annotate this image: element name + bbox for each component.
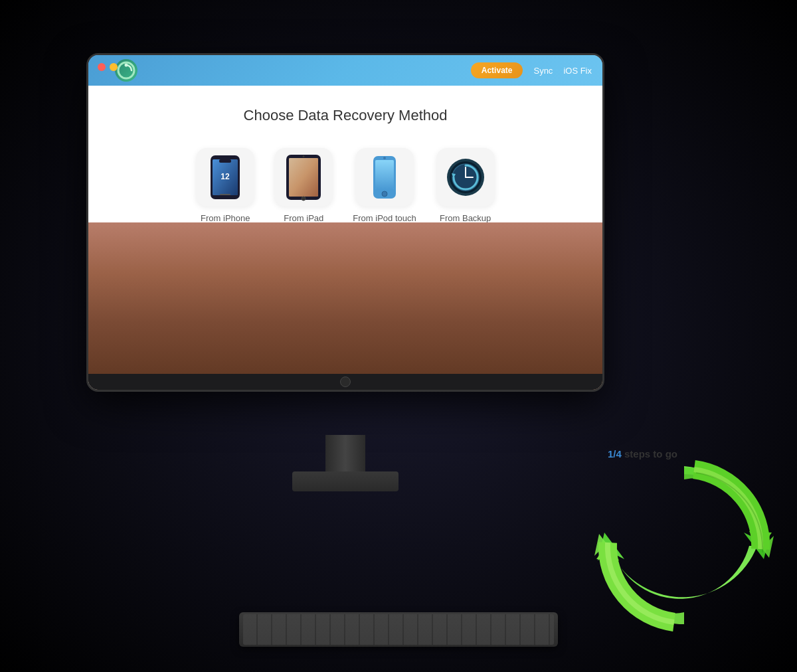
next-button[interactable]: Next bbox=[304, 270, 388, 294]
monitor-chin bbox=[88, 374, 602, 390]
option-iphone[interactable]: 12 From iPhone bbox=[196, 148, 254, 243]
steps-suffix: steps to go bbox=[622, 448, 677, 460]
backup-icon-wrap bbox=[436, 148, 495, 207]
svg-text:12: 12 bbox=[221, 172, 230, 181]
app-content: Choose Data Recovery Method bbox=[88, 86, 602, 390]
recycle-arrow-svg bbox=[591, 453, 777, 639]
monitor-camera bbox=[340, 377, 351, 387]
ipod-icon-wrap bbox=[355, 148, 414, 207]
activate-button[interactable]: Activate bbox=[471, 62, 523, 78]
monitor: Activate Sync iOS Fix Choose Data Recove… bbox=[86, 53, 604, 438]
ios-fix-link[interactable]: iOS Fix bbox=[563, 66, 592, 76]
iphone-radio[interactable] bbox=[219, 230, 232, 243]
backup-radio[interactable] bbox=[459, 230, 472, 243]
monitor-body: Activate Sync iOS Fix Choose Data Recove… bbox=[86, 53, 604, 392]
traffic-lights bbox=[98, 63, 118, 71]
monitor-stand-base bbox=[292, 471, 398, 491]
svg-rect-6 bbox=[220, 194, 230, 195]
scene: Activate Sync iOS Fix Choose Data Recove… bbox=[0, 0, 797, 672]
header-right: Activate Sync iOS Fix bbox=[471, 62, 592, 78]
svg-rect-10 bbox=[289, 158, 318, 197]
monitor-stand-neck bbox=[325, 435, 365, 475]
steps-fraction: 1/4 bbox=[608, 448, 622, 460]
page-title: Choose Data Recovery Method bbox=[244, 107, 448, 124]
ipad-label: From iPad bbox=[284, 213, 323, 223]
logo-svg bbox=[117, 61, 135, 80]
option-ipad[interactable]: From iPad bbox=[274, 148, 333, 243]
logo-icon bbox=[115, 59, 137, 82]
keyboard bbox=[239, 612, 558, 647]
backup-svg bbox=[445, 157, 486, 198]
minimize-button[interactable] bbox=[110, 63, 118, 71]
ipad-svg bbox=[284, 153, 323, 201]
ipod-label: From iPod touch bbox=[353, 213, 416, 223]
app-logo bbox=[115, 59, 137, 82]
iphone-icon-wrap: 12 bbox=[196, 148, 254, 207]
ipod-svg bbox=[372, 155, 397, 200]
ipod-radio[interactable] bbox=[378, 230, 391, 243]
app-window: Activate Sync iOS Fix Choose Data Recove… bbox=[88, 55, 602, 390]
option-backup[interactable]: From Backup bbox=[436, 148, 495, 243]
svg-rect-15 bbox=[375, 160, 394, 189]
svg-rect-5 bbox=[219, 159, 231, 163]
monitor-screen: Activate Sync iOS Fix Choose Data Recove… bbox=[88, 55, 602, 390]
svg-point-11 bbox=[303, 155, 305, 157]
iphone-svg: 12 bbox=[207, 154, 244, 201]
svg-point-12 bbox=[302, 197, 306, 201]
iphone-label: From iPhone bbox=[201, 213, 250, 223]
ipad-icon-wrap bbox=[274, 148, 333, 207]
steps-badge: 1/4 steps to go bbox=[608, 448, 677, 460]
option-ipod[interactable]: From iPod touch bbox=[353, 148, 416, 243]
svg-point-17 bbox=[383, 157, 386, 159]
ipad-radio[interactable] bbox=[297, 230, 310, 243]
options-row: 12 From iPhone bbox=[196, 148, 494, 243]
backup-label: From Backup bbox=[440, 213, 491, 223]
recycle-arrow-container bbox=[591, 453, 777, 639]
svg-point-1 bbox=[125, 64, 128, 67]
svg-point-16 bbox=[382, 191, 387, 197]
close-button[interactable] bbox=[98, 63, 106, 71]
app-header: Activate Sync iOS Fix bbox=[88, 55, 602, 86]
sync-link[interactable]: Sync bbox=[533, 66, 553, 76]
